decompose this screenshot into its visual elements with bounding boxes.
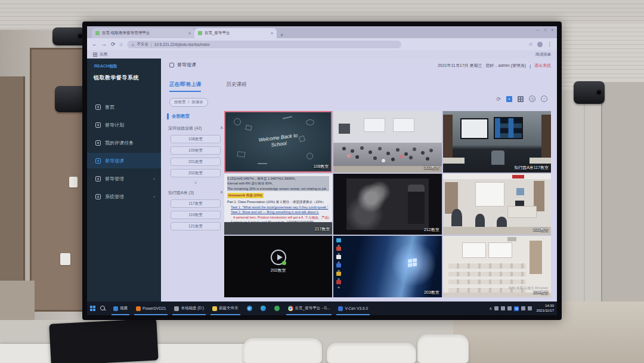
video-cell-204[interactable]: 转到“设置”以激活 Windows 204教室 xyxy=(443,236,551,297)
building-group-1[interactable]: 深圳锐德业楼 (42) ∧ xyxy=(168,125,223,131)
chair xyxy=(327,343,416,363)
collapse-icon[interactable]: ∧ xyxy=(220,125,223,131)
control-room-photo: 首页-锐取教学督导管理平台 × 首页_督导平台 × + — □ × ← → xyxy=(0,0,644,363)
refresh-icon[interactable]: ⟳ xyxy=(496,96,501,102)
chalk-doodle xyxy=(234,118,241,125)
url-text: 10.5.221.224/ybolo-tss/tss/index xyxy=(154,42,210,47)
apps-grid-icon[interactable] xyxy=(93,53,97,57)
profile-avatar[interactable] xyxy=(537,42,543,47)
browser-menu-icon[interactable]: ⋮ xyxy=(547,42,552,47)
apps-label[interactable]: 应用 xyxy=(100,52,107,57)
taskbar-item-new-folder[interactable]: 新建文件夹 xyxy=(209,302,242,315)
grid-layout-9-icon[interactable] xyxy=(518,96,524,102)
play-overlay[interactable]: 202教室 xyxy=(271,250,286,273)
browser-tab-1[interactable]: 首页-锐取教学督导管理平台 × xyxy=(92,28,194,38)
taskbar-item-chrome[interactable]: 首页_督导平台 - G... xyxy=(285,302,333,315)
bookmark-star-icon[interactable]: ☆ xyxy=(528,42,533,47)
tray-expand-icon[interactable]: ∧ xyxy=(489,306,492,311)
maximize-icon[interactable]: □ xyxy=(544,28,547,32)
video-cell-zhixingyuan-117[interactable]: 知行园A座117教室 xyxy=(443,111,551,173)
video-cell-203[interactable]: 203教室 xyxy=(333,236,441,297)
tray-icon[interactable] xyxy=(507,306,512,310)
video-cell-303[interactable]: 303教室 xyxy=(333,111,441,173)
tab-close-icon[interactable]: × xyxy=(271,31,273,35)
all-rooms-label[interactable]: 全部教室 xyxy=(167,113,224,119)
taskbar-item-video[interactable]: 视频 xyxy=(110,302,131,315)
address-divider: | xyxy=(151,42,152,47)
desktop-icon xyxy=(336,272,341,276)
video-cell-217[interactable]: 5.1511%/5.0457%，周平是 1.0407%/1.5605%。 Int… xyxy=(224,174,332,235)
reload-icon[interactable]: ⟳ xyxy=(111,42,116,47)
search-icon[interactable] xyxy=(100,306,106,311)
logout-link[interactable]: 退出系统 xyxy=(534,63,551,69)
toggle-by-schedule[interactable]: 按课表 xyxy=(191,100,203,105)
minimize-icon[interactable]: — xyxy=(536,28,540,32)
chair xyxy=(417,334,469,363)
sidebar-item-tasks[interactable]: 我的评课任务 xyxy=(87,135,161,150)
room-button[interactable]: 109教室 xyxy=(171,146,221,155)
taskbar-item-ie[interactable]: e xyxy=(244,302,255,315)
browser-tab-2-active[interactable]: 首页_督导平台 × xyxy=(194,28,277,38)
close-icon[interactable]: × xyxy=(551,28,553,32)
taskbar-item-powerdvd[interactable]: PowerDVD21 xyxy=(133,302,169,315)
header-right: 2021年11月17日 星期三 您好，admin (管理员) | 退出系统 xyxy=(438,63,551,69)
taskbar-item-vcen[interactable]: V-Cen V3.6.0 xyxy=(335,302,371,315)
start-button-icon[interactable] xyxy=(90,306,95,311)
video-cell-108[interactable]: Welcome Back to School 108教室 xyxy=(224,111,332,173)
volume-tray-icon[interactable] xyxy=(528,306,532,310)
sidebar-item-patrol-active[interactable]: 督导巡课 xyxy=(87,153,161,168)
new-tab-button[interactable]: + xyxy=(280,32,283,38)
taskbar-item-edge[interactable] xyxy=(258,302,269,315)
door xyxy=(530,241,543,274)
taskbar-item-local-disk[interactable]: 本地磁盘 (D:) xyxy=(171,302,207,315)
room-button[interactable]: 121教室 xyxy=(171,222,221,230)
room-button[interactable]: 201教室 xyxy=(171,158,221,166)
security-label: 不安全 xyxy=(137,42,148,47)
taskbar-clock[interactable]: 14:30 2021/11/17 xyxy=(536,304,554,313)
play-icon[interactable] xyxy=(271,250,286,265)
room-button[interactable]: 108教室 xyxy=(171,135,221,143)
video-cell-212[interactable]: 212教室 xyxy=(333,174,441,235)
tab-history-classes[interactable]: 历史课程 xyxy=(226,81,246,92)
video-cell-201[interactable]: 201教室 xyxy=(443,174,551,235)
teacher-desk xyxy=(507,206,537,218)
address-bar[interactable]: ⚠ 不安全 | 10.5.221.224/ybolo-tss/tss/index xyxy=(127,41,401,48)
building-group-2[interactable]: 知行园A座 (3) ∧ xyxy=(168,190,223,196)
toggle-by-room[interactable]: 按教室 xyxy=(174,100,186,105)
display-tray-icon[interactable] xyxy=(521,306,525,310)
sidebar-item-plan[interactable]: 督导计划 xyxy=(87,117,161,133)
desktop-icon xyxy=(336,255,341,259)
sidebar-item-manage[interactable]: 督导管理 › xyxy=(87,171,161,186)
tray-icon[interactable] xyxy=(494,306,499,310)
tab-close-icon[interactable]: × xyxy=(188,31,191,35)
desktop-icon xyxy=(336,263,341,267)
tray-icon[interactable] xyxy=(501,306,505,310)
home-icon[interactable]: ⌂ xyxy=(120,42,123,47)
more-rooms-icon[interactable]: ∨ xyxy=(167,180,224,185)
collapse-icon[interactable]: ∧ xyxy=(220,190,223,196)
powerdvd-icon xyxy=(136,306,141,311)
ceiling xyxy=(443,174,551,179)
forward-icon[interactable]: → xyxy=(101,42,107,47)
tab-current-classes[interactable]: 正在/即将上课 xyxy=(169,81,201,92)
sidebar-item-home[interactable]: 首页 xyxy=(87,99,161,115)
word-tray-icon[interactable]: W xyxy=(514,306,519,311)
sidebar-item-system[interactable]: 系统管理 › xyxy=(87,189,161,204)
grid-layout-4-icon[interactable] xyxy=(506,96,512,102)
status-dot xyxy=(282,261,286,265)
room-button[interactable]: 119教室 xyxy=(171,211,221,219)
brand-logo: REACH锐取 xyxy=(94,63,117,69)
back-icon[interactable]: ← xyxy=(92,42,97,47)
disk-drive-icon xyxy=(174,306,179,311)
plan-icon xyxy=(95,122,101,128)
reading-list-label[interactable]: 阅读清单 xyxy=(535,52,551,57)
room-button[interactable]: 202教室 xyxy=(171,169,221,177)
view-toggle[interactable]: 按教室 / 按课表 xyxy=(169,98,208,107)
taskbar-item-green-app[interactable] xyxy=(271,302,283,315)
room-button[interactable]: 117教室 xyxy=(171,199,221,208)
desk xyxy=(443,158,465,164)
video-cell-202-offline[interactable]: 202教室 xyxy=(224,236,332,297)
page-next-icon[interactable]: › xyxy=(541,96,547,102)
history-clock-icon[interactable]: ◷ xyxy=(529,96,535,102)
bookmarks-bar: 应用 阅读清单 xyxy=(87,50,557,59)
